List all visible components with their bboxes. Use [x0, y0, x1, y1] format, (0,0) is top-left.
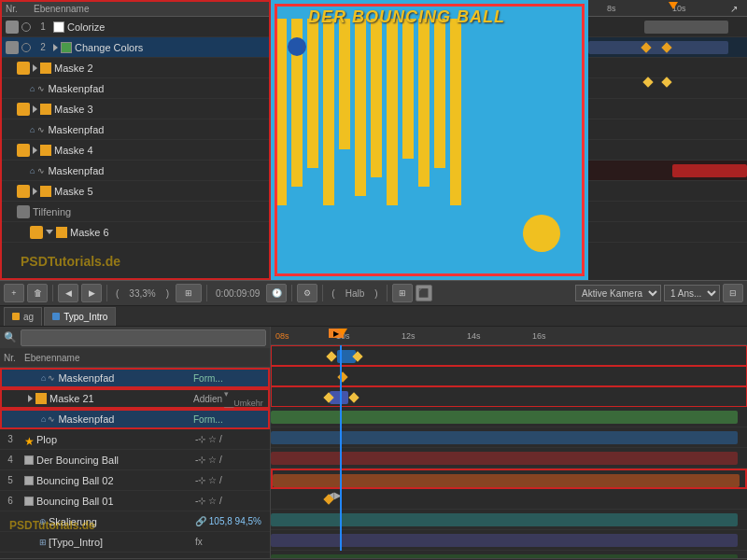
- keyframe: [642, 77, 653, 87]
- eye-icon[interactable]: [6, 41, 19, 54]
- search-input[interactable]: [21, 329, 266, 346]
- eye-icon[interactable]: [17, 62, 30, 75]
- search-bar: 🔍: [0, 327, 270, 349]
- ruler-label-16s: 16s: [532, 331, 546, 341]
- timeline-row: [271, 530, 747, 551]
- layer-row[interactable]: Maske 21 Addien ▾ __Umkehr: [0, 388, 270, 409]
- solo-icon[interactable]: [21, 22, 31, 32]
- eye-icon[interactable]: [17, 205, 30, 218]
- timeline-top: 8s 10s ↗: [588, 0, 747, 280]
- layout-button[interactable]: ⊟: [723, 284, 743, 302]
- layer-row[interactable]: Maske 3: [2, 99, 269, 119]
- timecode-btn[interactable]: 🕐: [266, 284, 287, 302]
- eye-icon[interactable]: [17, 103, 30, 116]
- layer-name: Maskenpfad: [58, 372, 193, 384]
- timeline-row: [588, 181, 747, 202]
- eye-icon[interactable]: [30, 226, 43, 239]
- layer-row[interactable]: Maske 5: [2, 181, 269, 202]
- layer-name: Bouncing Ball 01: [36, 496, 195, 507]
- curve-icon: ∿: [48, 373, 55, 383]
- comp-icon: ⊞: [39, 538, 47, 547]
- add-layer-button[interactable]: +: [4, 284, 24, 302]
- zoom-button[interactable]: ⊞: [176, 284, 202, 302]
- timeline-row: [271, 427, 747, 448]
- eye-icon[interactable]: [17, 185, 30, 198]
- layer-num: 3: [0, 434, 21, 444]
- layer-row[interactable]: ⌂ ∿ Maskenpfad: [2, 78, 269, 99]
- bottom-section: 🔍 Nr. Ebenenname ⌂ ∿ Maskenpfad Form...: [0, 327, 747, 558]
- eye-icon[interactable]: [17, 144, 30, 157]
- layer-row[interactable]: Tilfening: [2, 202, 269, 222]
- tab-ag[interactable]: ag: [4, 307, 42, 326]
- bar1: [275, 19, 287, 205]
- bottom-layer-header: Nr. Ebenenname: [0, 349, 270, 368]
- layer-row[interactable]: ⌂ ∿ Maskenpfad Form...: [0, 368, 270, 388]
- layer-row[interactable]: Maske 2: [2, 58, 269, 78]
- grid-button[interactable]: ⊞: [392, 284, 413, 302]
- bar7: [371, 19, 382, 177]
- layer-props: -⊹ ☆ /: [195, 455, 270, 465]
- expand-icon[interactable]: [46, 230, 53, 234]
- layer-props: 🔗 105,8 94,5%: [195, 516, 270, 526]
- layer-row[interactable]: ⌂ ∿ Maskenpfad: [2, 119, 269, 140]
- layer-row[interactable]: ⊞ [Typo_Intro] fx: [0, 532, 270, 553]
- layer-row[interactable]: 4 Der Bouncing Ball -⊹ ☆ /: [0, 450, 270, 470]
- layer-name: Maskenpfad: [48, 124, 104, 135]
- keyframe: [661, 77, 671, 87]
- timeline-row: [271, 510, 747, 530]
- color-button[interactable]: ⬛: [416, 285, 432, 301]
- layer-name: Tilfening: [33, 206, 71, 217]
- layer-props: -⊹ ☆ /: [195, 496, 270, 506]
- prop-addien: Addien: [193, 394, 222, 404]
- layer-name: Plop: [36, 434, 195, 445]
- trash-button[interactable]: 🗑: [27, 284, 48, 302]
- layer-name: Maskenpfad: [58, 413, 193, 425]
- layer-row[interactable]: ⌂ ∿ Maskenpfad Form...: [0, 409, 270, 429]
- eye-icon[interactable]: [6, 21, 19, 34]
- playhead-head: [338, 329, 347, 336]
- small-ball: [288, 37, 306, 56]
- layer-row[interactable]: Maske 4: [2, 140, 269, 161]
- bar6: [355, 19, 366, 196]
- solo-icon[interactable]: [21, 43, 31, 52]
- expand-icon[interactable]: [33, 188, 37, 195]
- layer-indent: ⌂ ∿ Maskenpfad: [22, 413, 193, 425]
- layer-row[interactable]: 3 ★ Plop -⊹ ☆ /: [0, 429, 270, 450]
- keyframe: [326, 351, 336, 361]
- expand-icon[interactable]: [33, 147, 37, 154]
- timeline-row: [271, 345, 747, 366]
- layer-row[interactable]: ⌂ ∿ Maskenpfad: [2, 161, 269, 181]
- tab-typo-intro[interactable]: Typo_Intro: [44, 307, 116, 326]
- settings-button[interactable]: ⚙: [297, 284, 317, 302]
- layer-num: 1: [33, 21, 53, 32]
- toolbar: + 🗑 ◀ ▶ ( 33,3% ) ⊞ 0:00:09:09 🕐 ⚙ ( Hal…: [0, 280, 747, 306]
- prop-value: Form...: [193, 414, 223, 425]
- expand-icon[interactable]: [33, 64, 37, 72]
- playhead-head: [669, 2, 678, 9]
- ruler-label-8s: 8s: [607, 4, 616, 13]
- expand-icon[interactable]: [28, 395, 33, 402]
- camera-dropdown[interactable]: Aktive Kamera: [575, 285, 661, 301]
- layer-name: [Typo_Intro]: [49, 537, 195, 548]
- layer-row[interactable]: Hintergrund: [0, 553, 270, 558]
- bar12: [450, 19, 461, 205]
- mask-icon: [40, 63, 51, 74]
- layer-row[interactable]: Maske 6: [2, 222, 269, 243]
- quality-label: (: [328, 288, 338, 299]
- layer-row[interactable]: 5 Bouncing Ball 02 -⊹ ☆ /: [0, 470, 270, 491]
- path-icon: ⌂: [30, 84, 35, 93]
- layer-row-bouncing-ball-01[interactable]: 6 Bouncing Ball 01 -⊹ ☆ /: [0, 491, 270, 511]
- view-dropdown[interactable]: 1 Ans...: [664, 285, 720, 301]
- prop-umkehr: ▾ __Umkehr: [224, 389, 268, 408]
- solid-icon: [24, 497, 34, 506]
- layer-name: Maske 3: [54, 104, 93, 115]
- expand-icon[interactable]: [53, 44, 58, 51]
- prev-frame-button[interactable]: ◀: [58, 284, 78, 302]
- timeline-row: [588, 119, 747, 140]
- star-icon: ★: [24, 435, 34, 444]
- expand-icon[interactable]: [33, 105, 37, 113]
- play-button[interactable]: ▶: [81, 284, 102, 302]
- layer-row[interactable]: 2 Change Colors: [2, 37, 269, 58]
- timeline-bar: [644, 21, 728, 34]
- layer-row[interactable]: 1 Colorize: [2, 17, 269, 37]
